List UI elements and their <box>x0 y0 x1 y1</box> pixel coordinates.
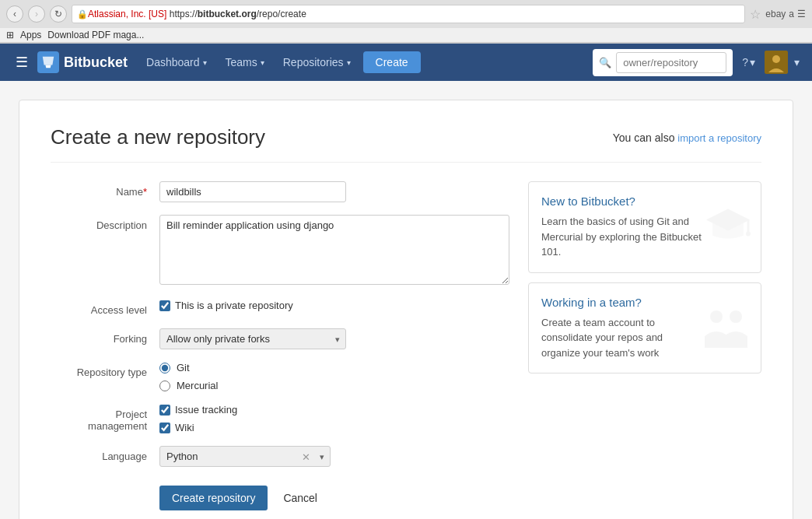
bookmark-apps[interactable]: Apps <box>20 30 41 40</box>
main-container: Create a new repository You can also imp… <box>0 81 812 519</box>
mercurial-radio[interactable] <box>159 380 170 391</box>
search-icon: 🔍 <box>599 57 611 68</box>
logo[interactable]: Bitbucket <box>37 51 128 73</box>
help-button[interactable]: ? ▾ <box>736 56 761 68</box>
form-header: Create a new repository You can also imp… <box>51 125 761 149</box>
bookmarks-bar: ⊞ Apps Download PDF maga... <box>0 28 812 43</box>
description-row: Description Bill reminder application us… <box>51 215 509 287</box>
issue-tracking-row: Issue tracking <box>159 404 509 416</box>
repo-type-radio-group: Git Mercurial <box>159 362 509 391</box>
description-control: Bill reminder application using django <box>159 215 509 287</box>
language-clear-button[interactable]: ✕ <box>302 451 310 462</box>
dashboard-link[interactable]: Dashboard ▾ <box>137 44 216 81</box>
mercurial-radio-label[interactable]: Mercurial <box>177 380 218 391</box>
name-label: Name* <box>51 181 159 202</box>
form-card: Create a new repository You can also imp… <box>19 100 793 519</box>
back-button[interactable]: ‹ <box>6 5 23 23</box>
working-in-team-card: Working in a team? Create a team account… <box>528 282 761 374</box>
top-navigation: ☰ Bitbucket Dashboard ▾ Teams ▾ Reposito… <box>0 44 812 81</box>
wiki-checkbox[interactable] <box>159 423 170 433</box>
name-row: Name* <box>51 181 509 202</box>
dashboard-caret: ▾ <box>203 58 207 67</box>
language-label: Language <box>51 446 159 467</box>
team-icon <box>701 305 751 350</box>
repositories-link[interactable]: Repositories ▾ <box>274 44 360 81</box>
address-bar[interactable]: 🔒 Atlassian, Inc. [US] https://bitbucket… <box>72 5 745 23</box>
forking-label: Forking <box>51 328 159 349</box>
avatar-caret[interactable]: ▾ <box>791 56 803 68</box>
access-control: This is a private repository <box>159 300 509 316</box>
git-radio-label[interactable]: Git <box>177 362 190 373</box>
mercurial-radio-row: Mercurial <box>159 380 509 391</box>
teams-link[interactable]: Teams ▾ <box>216 44 274 81</box>
secure-indicator: 🔒 <box>77 9 88 19</box>
create-repository-button[interactable]: Create repository <box>159 486 268 510</box>
help-caret: ▾ <box>750 56 755 68</box>
cancel-button[interactable]: Cancel <box>274 486 327 510</box>
name-input[interactable] <box>159 181 346 202</box>
forking-control: Allow only private forks Allow public fo… <box>159 328 509 349</box>
create-button[interactable]: Create <box>363 51 421 73</box>
issue-tracking-label[interactable]: Issue tracking <box>175 404 237 416</box>
forking-select-wrapper: Allow only private forks Allow public fo… <box>159 328 346 349</box>
page-title: Create a new repository <box>51 125 265 149</box>
language-select-wrapper: Python JavaScript Java Ruby PHP ✕ ▾ <box>159 446 331 467</box>
project-mgmt-label: Project management <box>51 404 159 433</box>
user-avatar[interactable] <box>765 51 788 74</box>
browser-extensions: ebay a ☰ <box>765 9 806 19</box>
wiki-label[interactable]: Wiki <box>175 422 194 433</box>
divider <box>51 162 761 163</box>
import-link[interactable]: import a repository <box>677 132 761 144</box>
private-repo-checkbox[interactable] <box>159 300 170 311</box>
search-input[interactable] <box>616 52 726 73</box>
repo-type-row: Repository type Git Mercurial <box>51 362 509 391</box>
teams-caret: ▾ <box>261 58 264 67</box>
graduation-cap-icon <box>705 202 751 251</box>
form-body: Name* Description Bill reminder applicat… <box>51 181 761 510</box>
bookmark-star[interactable]: ☆ <box>750 7 761 22</box>
language-row: Language Python JavaScript Java Ruby PHP… <box>51 446 509 467</box>
forking-row: Forking Allow only private forks Allow p… <box>51 328 509 349</box>
forward-button[interactable]: › <box>28 5 45 23</box>
bookmark-pdf[interactable]: Download PDF maga... <box>47 30 144 40</box>
svg-point-5 <box>710 310 723 323</box>
project-management-row: Project management Issue tracking Wiki <box>51 404 509 433</box>
name-control <box>159 181 509 202</box>
nav-links: Dashboard ▾ Teams ▾ Repositories ▾ Creat… <box>137 44 421 81</box>
description-textarea[interactable]: Bill reminder application using django <box>159 215 509 285</box>
description-label: Description <box>51 215 159 287</box>
logo-text: Bitbucket <box>64 54 128 71</box>
git-radio[interactable] <box>159 363 170 373</box>
git-radio-row: Git <box>159 362 509 373</box>
apps-icon: ⊞ <box>6 30 14 40</box>
access-label: Access level <box>51 300 159 316</box>
url-display: Atlassian, Inc. [US] https://bitbucket.o… <box>88 9 306 19</box>
access-row: Access level This is a private repositor… <box>51 300 509 316</box>
form-actions: Create repository Cancel <box>51 486 509 510</box>
language-control: Python JavaScript Java Ruby PHP ✕ ▾ <box>159 446 509 467</box>
hamburger-menu[interactable]: ☰ <box>9 47 34 77</box>
wiki-row: Wiki <box>159 422 509 433</box>
new-to-bitbucket-card: New to Bitbucket? Learn the basics of us… <box>528 181 761 273</box>
form-right: New to Bitbucket? Learn the basics of us… <box>528 181 761 510</box>
private-repo-label[interactable]: This is a private repository <box>175 300 293 311</box>
import-text: You can also import a repository <box>613 132 761 144</box>
logo-icon <box>37 51 59 73</box>
search-box[interactable]: 🔍 <box>593 49 733 76</box>
forking-select[interactable]: Allow only private forks Allow public fo… <box>159 328 346 349</box>
issue-tracking-checkbox[interactable] <box>159 405 170 416</box>
reload-button[interactable]: ↻ <box>50 5 67 23</box>
repo-type-control: Git Mercurial <box>159 362 509 391</box>
project-mgmt-control: Issue tracking Wiki <box>159 404 509 433</box>
form-left: Name* Description Bill reminder applicat… <box>51 181 509 510</box>
svg-point-1 <box>772 55 780 63</box>
svg-point-4 <box>746 231 751 236</box>
repo-type-label: Repository type <box>51 362 159 391</box>
repositories-caret: ▾ <box>347 58 351 67</box>
private-checkbox-row: This is a private repository <box>159 300 509 311</box>
svg-point-6 <box>730 310 742 323</box>
project-mgmt-checkboxes: Issue tracking Wiki <box>159 404 509 433</box>
